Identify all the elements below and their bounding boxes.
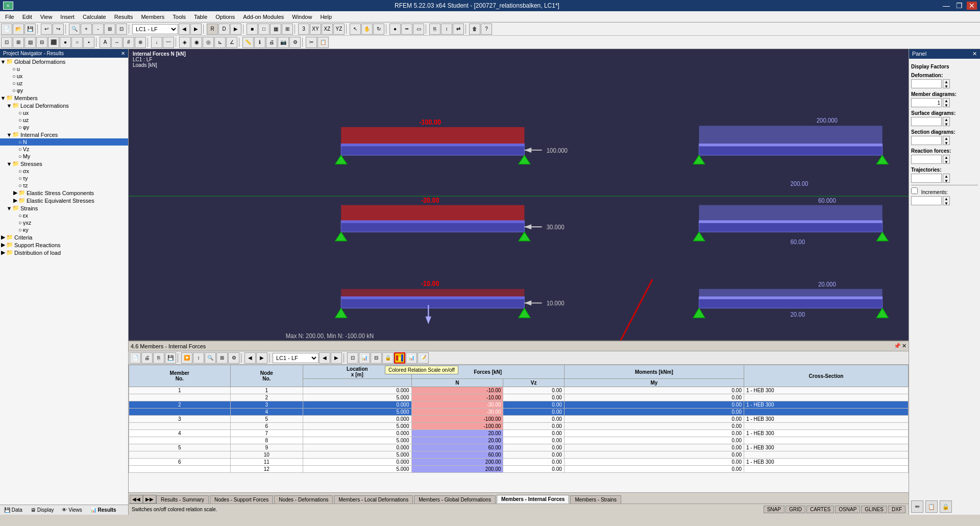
menu-calculate[interactable]: Calculate (79, 13, 110, 21)
increments-spin-down[interactable]: ▼ (943, 201, 949, 206)
btb-prev[interactable]: ◀ (244, 352, 256, 364)
btb-print[interactable]: 🖨 (141, 352, 153, 364)
tb2-load[interactable]: ↓ (151, 37, 162, 48)
window-controls[interactable]: — ❐ ✕ (941, 2, 977, 10)
tb-open[interactable]: 📂 (13, 23, 24, 35)
tb2-ortho[interactable]: ⊾ (214, 37, 226, 48)
trajectories-spin-up[interactable]: ▲ (943, 174, 949, 179)
tb2-snap1[interactable]: ◈ (179, 37, 190, 48)
tb2-grid[interactable]: # (123, 37, 134, 48)
tree-item-strains[interactable]: ▼📁Strains (0, 204, 128, 212)
tb2-label[interactable]: A (100, 37, 111, 48)
nav-tab-views[interactable]: 👁 Views (60, 507, 84, 513)
deformation-spin-down[interactable]: ▼ (943, 84, 949, 89)
tree-item-n[interactable]: ○N (0, 138, 128, 146)
tb2-cs[interactable]: ⊕ (135, 37, 146, 48)
tb2-paste[interactable]: 📋 (317, 37, 329, 48)
status-btn-osnap[interactable]: OSNAP (835, 506, 860, 513)
member-diagrams-spin-up[interactable]: ▲ (943, 99, 949, 103)
tb2-snap2[interactable]: ◉ (191, 37, 202, 48)
tb-redo[interactable]: ↪ (53, 23, 64, 35)
tree-item-elastic-equiv[interactable]: ▶📁Elastic Equivalent Stresses (0, 197, 128, 204)
table-row[interactable]: 230.000-30.000.000.001 - HEB 300 (129, 401, 909, 409)
tab-members---local-deformations[interactable]: Members - Local Deformations (334, 495, 413, 504)
tree-item-sx[interactable]: ○σx (0, 168, 128, 175)
tree-item-distribution-load[interactable]: ▶📁Distribution of load (0, 249, 128, 256)
member-diagrams-spin-down[interactable]: ▼ (943, 103, 949, 108)
tree-item-local-def[interactable]: ▼📁Local Deformations (0, 102, 128, 109)
member-diagrams-spin-btn[interactable]: ▲ ▼ (943, 98, 950, 107)
btb-lock[interactable]: 🔒 (382, 352, 394, 364)
tb-search[interactable]: 🔍 (69, 23, 80, 35)
tree-item-vz[interactable]: ○Vz (0, 146, 128, 153)
tree-item-ex[interactable]: ○εx (0, 212, 128, 219)
tb-rotate[interactable]: ↻ (373, 23, 384, 35)
reaction-forces-spin-up[interactable]: ▲ (943, 155, 949, 160)
surface-diagrams-spin-down[interactable]: ▼ (943, 122, 949, 127)
panel-view-btn[interactable]: 📋 (925, 500, 938, 513)
table-row[interactable]: 110.000-10.000.000.001 - HEB 300 (129, 387, 909, 394)
btb-export-pdf[interactable]: 📄 (130, 352, 141, 364)
right-panel-close[interactable]: ✕ (972, 51, 977, 57)
btb-word[interactable]: 📝 (418, 352, 429, 364)
table-row[interactable]: 65.000-100.000.000.00 (129, 423, 909, 430)
status-btn-grid[interactable]: GRID (786, 506, 805, 513)
tb-lc-prev[interactable]: ◀ (179, 23, 190, 35)
tb2-1[interactable]: ⊡ (1, 37, 12, 48)
tree-item-members[interactable]: ▼📁Members (0, 94, 128, 102)
tb2-3[interactable]: ▤ (24, 37, 36, 48)
tb2-2[interactable]: ⊞ (13, 37, 24, 48)
surface-diagrams-input[interactable] (911, 117, 942, 126)
table-row[interactable]: 350.000-100.000.000.001 - HEB 300 (129, 416, 909, 423)
member-diagrams-input[interactable] (911, 98, 942, 107)
tb-copy[interactable]: ⎘ (429, 23, 440, 35)
deformation-spin-btn[interactable]: ▲ ▼ (943, 79, 950, 88)
tb-zoom-sel[interactable]: ⊡ (116, 23, 127, 35)
tb-zoom-out[interactable]: - (92, 23, 104, 35)
tab-members---global-deformations[interactable]: Members - Global Deformations (414, 495, 496, 504)
tb2-4[interactable]: ⊟ (36, 37, 47, 48)
tree-item-phy[interactable]: ○φy (0, 87, 128, 94)
surface-diagrams-spin-btn[interactable]: ▲ ▼ (943, 117, 950, 126)
nav-tab-display[interactable]: 🖥 Display (29, 507, 56, 513)
tab-scroll-right[interactable]: ▶▶ (143, 495, 156, 504)
tab-nodes---deformations[interactable]: Nodes - Deformations (274, 495, 333, 504)
tb-3d[interactable]: 3 (298, 23, 309, 35)
left-panel-close[interactable]: ✕ (121, 51, 125, 56)
tb-lc-next[interactable]: ▶ (190, 23, 202, 35)
reaction-forces-spin-btn[interactable]: ▲ ▼ (943, 155, 950, 164)
tree-item-yxz[interactable]: ○γxz (0, 219, 128, 226)
tb2-measure[interactable]: 📏 (242, 37, 254, 48)
tb2-5[interactable]: ⬛ (48, 37, 59, 48)
section-diagrams-spin-down[interactable]: ▼ (943, 141, 949, 146)
status-btn-snap[interactable]: SNAP (764, 506, 785, 513)
section-diagrams-input[interactable] (911, 136, 942, 145)
table-row[interactable]: 105.00060.000.000.00 (129, 451, 909, 459)
trajectories-input[interactable] (911, 174, 942, 183)
btb-next[interactable]: ▶ (256, 352, 267, 364)
increments-input[interactable] (911, 196, 942, 205)
tb-surface[interactable]: ▭ (413, 23, 424, 35)
tb-mirror[interactable]: ⇄ (453, 23, 464, 35)
tree-item-support-reactions[interactable]: ▶📁Support Reactions (0, 241, 128, 249)
tb-deform[interactable]: D (218, 23, 230, 35)
tb2-wire[interactable]: ○ (71, 37, 83, 48)
tb-zoom-all[interactable]: ⊞ (104, 23, 115, 35)
tree-item-uz[interactable]: ○uz (0, 80, 128, 87)
btb-lc-select[interactable]: LC1 - LF (273, 353, 318, 363)
increments-spin-up[interactable]: ▲ (943, 197, 949, 201)
tb-pan[interactable]: ✋ (361, 23, 373, 35)
tb-delete[interactable]: 🗑 (469, 23, 480, 35)
menu-file[interactable]: File (1, 13, 18, 21)
tb-yz[interactable]: YZ (333, 23, 345, 35)
deformation-input[interactable] (911, 79, 942, 88)
tree-item-stresses[interactable]: ▼📁Stresses (0, 160, 128, 168)
menu-table[interactable]: Table (190, 13, 211, 21)
menu-options[interactable]: Options (211, 13, 239, 21)
maximize-button[interactable]: ❐ (954, 2, 965, 10)
tb-animate[interactable]: ▶ (230, 23, 241, 35)
table-row[interactable]: 590.00060.000.000.001 - HEB 300 (129, 444, 909, 451)
tb-undo[interactable]: ↩ (41, 23, 52, 35)
tree-item-my[interactable]: ○My (0, 153, 128, 160)
close-button[interactable]: ✕ (967, 2, 977, 10)
